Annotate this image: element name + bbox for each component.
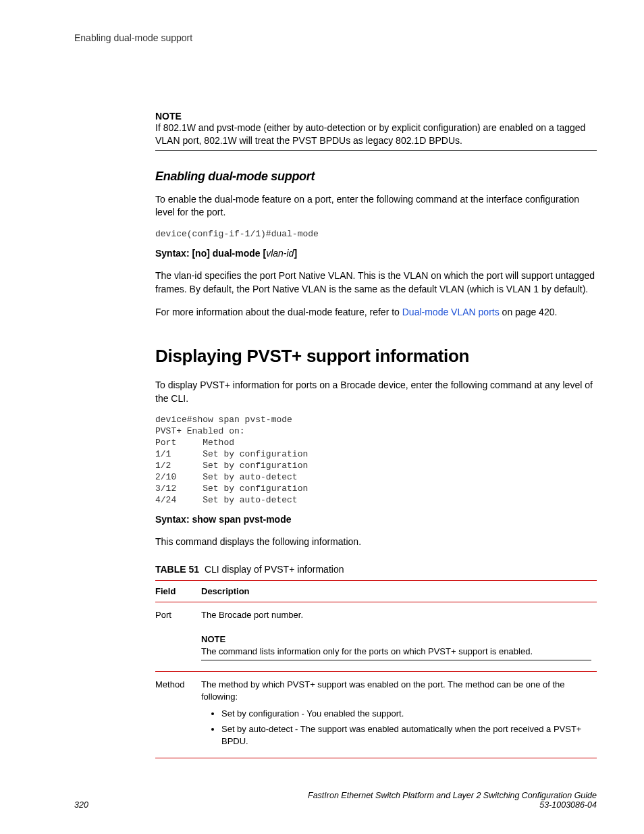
method-desc-intro: The method by which PVST+ support was en… (201, 679, 591, 703)
section1-intro: To enable the dual-mode feature on a por… (155, 193, 597, 219)
code-block-dual-mode: device(config-if-1/1)#dual-mode (155, 229, 597, 240)
footer: 320 FastIron Ethernet Switch Platform an… (74, 791, 597, 810)
note-block-1: NOTE If 802.1W and pvst-mode (either by … (155, 111, 597, 151)
table-title: CLI display of PVST+ information (205, 564, 344, 575)
note-label: NOTE (155, 111, 182, 122)
cell-desc-method: The method by which PVST+ support was en… (201, 672, 597, 758)
cell-field-port: Port (155, 602, 201, 671)
cell-field-method: Method (155, 672, 201, 758)
footer-doc-id: 53-1003086-04 (308, 800, 597, 810)
table-row-method: Method The method by which PVST+ support… (155, 672, 597, 758)
syntax-bracket-close: ] (294, 248, 297, 259)
inner-note-label: NOTE (201, 634, 225, 644)
row-end-separator (155, 758, 597, 758)
table-caption: TABLE 51 CLI display of PVST+ informatio… (155, 564, 597, 575)
section-heading-enable-dual-mode: Enabling dual-mode support (155, 170, 597, 184)
port-desc-text: The Brocade port number. (201, 609, 591, 621)
code-block-show-span: device#show span pvst-mode PVST+ Enabled… (155, 415, 597, 506)
section-heading-display-pvst: Displaying PVST+ support information (155, 346, 597, 367)
inner-note: NOTE The command lists information only … (201, 633, 591, 660)
note-text: If 802.1W and pvst-mode (either by auto-… (155, 122, 585, 146)
table-number: TABLE 51 (155, 564, 199, 575)
section2-para2: This command displays the following info… (155, 536, 597, 549)
running-header: Enabling dual-mode support (74, 32, 597, 43)
syntax-prefix: Syntax: [no] dual-mode (155, 248, 261, 259)
para3-post: on page 420. (500, 307, 558, 317)
bullet-set-by-auto: Set by auto-detect - The support was ena… (221, 723, 591, 747)
bullet-set-by-config: Set by configuration - You enabled the s… (221, 708, 591, 720)
section2-intro: To display PVST+ information for ports o… (155, 379, 597, 405)
page: Enabling dual-mode support NOTE If 802.1… (0, 0, 644, 834)
table-pvst-info: Field Description Port The Brocade port … (155, 580, 597, 759)
link-dual-mode-vlan-ports[interactable]: Dual-mode VLAN ports (402, 307, 500, 317)
syntax-line-1: Syntax: [no] dual-mode [vlan-id] (155, 247, 597, 261)
section1-para3: For more information about the dual-mode… (155, 306, 597, 319)
table-header-row: Field Description (155, 580, 597, 602)
table-row-port: Port The Brocade port number. NOTE The c… (155, 602, 597, 671)
section1-para2: The vlan-id specifies the port Port Nati… (155, 269, 597, 296)
para3-pre: For more information about the dual-mode… (155, 307, 402, 317)
inner-note-text: The command lists information only for t… (201, 646, 533, 656)
th-description: Description (201, 580, 597, 602)
th-field: Field (155, 580, 201, 602)
footer-right: FastIron Ethernet Switch Platform and La… (308, 791, 597, 810)
page-number: 320 (74, 800, 88, 810)
syntax-line-2: Syntax: show span pvst-mode (155, 513, 597, 527)
syntax-show-span: Syntax: show span pvst-mode (155, 514, 291, 525)
content-area: NOTE If 802.1W and pvst-mode (either by … (155, 111, 597, 758)
method-bullets: Set by configuration - You enabled the s… (201, 708, 591, 748)
cell-desc-port: The Brocade port number. NOTE The comman… (201, 602, 597, 671)
syntax-var: vlan-id (266, 248, 294, 259)
footer-doc-title: FastIron Ethernet Switch Platform and La… (308, 791, 597, 800)
